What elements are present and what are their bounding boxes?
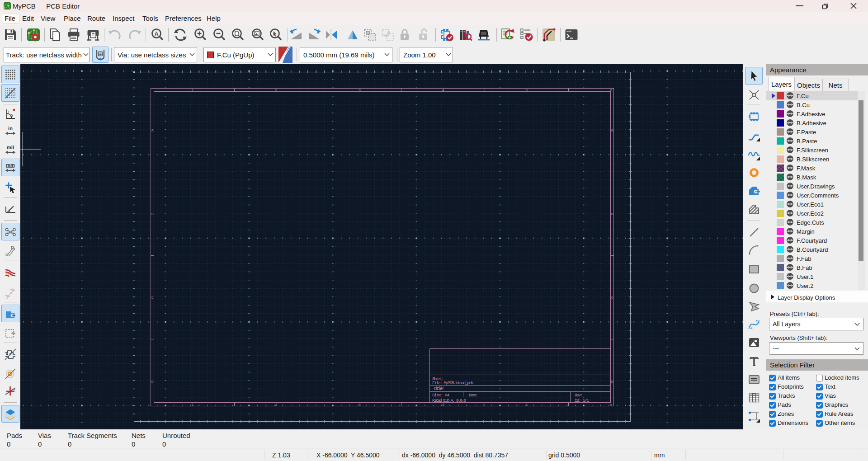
svg-text:A: A — [155, 31, 159, 37]
svg-text:mil: mil — [7, 145, 14, 150]
svg-text:3: 3 — [359, 403, 361, 407]
svg-text:in: in — [8, 126, 13, 131]
svg-text:Size: A4: Size: A4 — [432, 393, 449, 398]
svg-text:Rev:: Rev: — [575, 393, 583, 398]
svg-text:mm: mm — [6, 162, 15, 168]
svg-text:KiCad E.D.A. 9.0.0: KiCad E.D.A. 9.0.0 — [432, 398, 466, 403]
svg-text:Id: 1/1: Id: 1/1 — [575, 398, 589, 403]
svg-text:4: 4 — [442, 88, 444, 92]
svg-text:1: 1 — [191, 403, 193, 407]
svg-text:2: 2 — [275, 88, 277, 92]
svg-text:2: 2 — [275, 403, 277, 407]
svg-text:C: C — [611, 296, 613, 300]
svg-text:B: B — [611, 212, 613, 216]
svg-text:A: A — [611, 128, 613, 132]
svg-text:D: D — [611, 380, 613, 384]
svg-text:r: r — [8, 109, 10, 113]
svg-text:Date:: Date: — [469, 393, 478, 398]
svg-text:5: 5 — [525, 403, 528, 407]
svg-text:B: B — [151, 212, 154, 216]
svg-text:θ: θ — [10, 113, 13, 118]
svg-text:File: MyPCB.kicad_pcb: File: MyPCB.kicad_pcb — [432, 381, 473, 386]
svg-text:6: 6 — [610, 88, 613, 92]
svg-text:1: 1 — [191, 88, 193, 92]
svg-text:5: 5 — [525, 88, 528, 92]
svg-text:6: 6 — [610, 403, 613, 407]
svg-text:C: C — [151, 296, 154, 300]
svg-text:Title:: Title: — [433, 386, 444, 391]
svg-text:A: A — [151, 128, 154, 132]
svg-text:3: 3 — [359, 88, 361, 92]
svg-text:D: D — [151, 380, 154, 384]
